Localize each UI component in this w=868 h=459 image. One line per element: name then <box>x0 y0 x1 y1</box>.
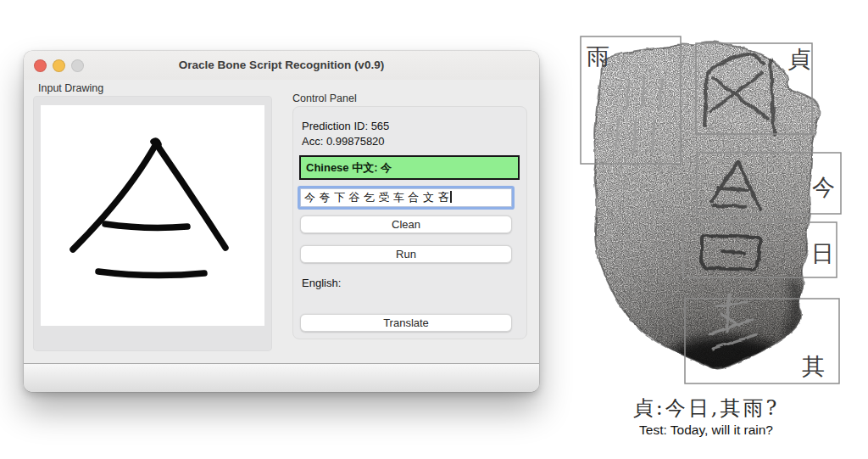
chinese-result-box: Chinese 中文: 今 <box>299 155 520 180</box>
clean-button[interactable]: Clean <box>300 216 512 233</box>
screenshot-root: Oracle Bone Script Recognition (v0.9) In… <box>0 0 868 459</box>
accuracy-text: Acc: 0.99875820 <box>302 135 385 148</box>
oracle-bone-panel: 雨 貞 今 日 其 貞:今日,其雨? Test: Today, will it … <box>568 30 852 441</box>
translate-button[interactable]: Translate <box>300 314 512 332</box>
annotation-label-jin: 今 <box>812 174 835 200</box>
prediction-id-text: Prediction ID: 565 <box>302 120 389 132</box>
english-label: English: <box>302 277 341 289</box>
caption-chinese: 貞:今日,其雨? <box>633 396 780 420</box>
window-title: Oracle Bone Script Recognition (v0.9) <box>24 51 539 80</box>
annotation-label-qi: 其 <box>802 353 825 379</box>
stroke-right-slope <box>156 143 225 248</box>
drawn-character-strokes <box>41 105 264 326</box>
input-drawing-label: Input Drawing <box>38 82 103 94</box>
candidates-input-value: 今夸下谷乞受车合文吝 <box>304 191 453 204</box>
drawing-canvas[interactable] <box>41 105 264 326</box>
stroke-bottom-bar <box>98 271 204 276</box>
annotation-label-rain: 雨 <box>587 43 609 70</box>
candidates-input[interactable]: 今夸下谷乞受车合文吝 <box>300 188 512 207</box>
window-footer <box>24 363 539 392</box>
stroke-middle-bar <box>105 224 187 227</box>
text-caret <box>450 191 452 203</box>
control-panel-label: Control Panel <box>292 92 357 104</box>
window-titlebar[interactable]: Oracle Bone Script Recognition (v0.9) <box>24 51 539 80</box>
annotation-label-zhen: 貞 <box>787 46 810 72</box>
app-window: Oracle Bone Script Recognition (v0.9) In… <box>24 51 539 392</box>
caption-english: Test: Today, will it rain? <box>639 423 773 437</box>
annotation-label-ri: 日 <box>811 240 834 266</box>
oracle-bone-figure: 雨 貞 今 日 其 貞:今日,其雨? Test: Today, will it … <box>568 30 852 441</box>
control-panel-well: Prediction ID: 565 Acc: 0.99875820 Chine… <box>292 106 527 339</box>
run-button[interactable]: Run <box>300 245 512 263</box>
input-drawing-well <box>33 96 272 351</box>
stroke-left-slope <box>73 143 157 249</box>
